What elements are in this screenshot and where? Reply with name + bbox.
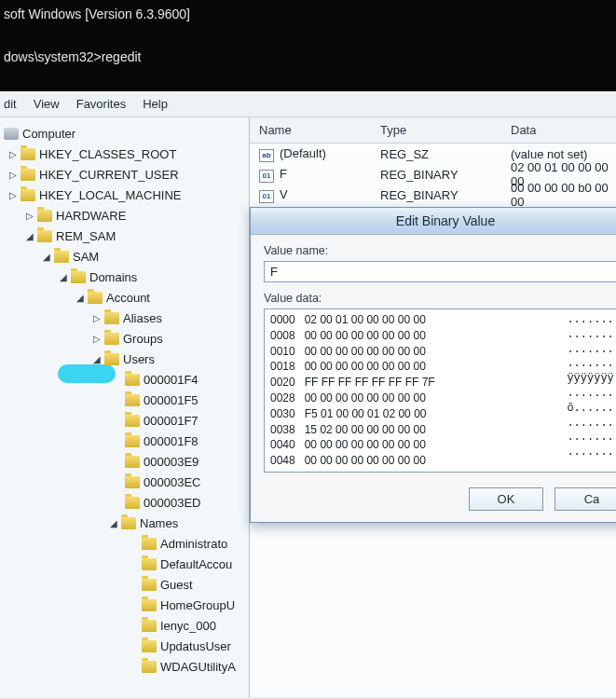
expander-icon[interactable]: ◢ xyxy=(75,292,86,303)
tree-user-rid[interactable]: 000003EC xyxy=(4,472,249,492)
expander-icon[interactable]: ▷ xyxy=(91,312,103,323)
tree-user-rid[interactable]: 000001F4 xyxy=(4,369,249,390)
folder-icon xyxy=(142,620,157,632)
tree-domains[interactable]: ◢ Domains xyxy=(4,267,249,287)
tree-user-rid[interactable]: 000001F5 xyxy=(4,390,249,410)
reg-value-icon: 01 xyxy=(259,190,274,203)
tree-users[interactable]: ◢ Users xyxy=(4,349,249,369)
expander-icon[interactable]: ▷ xyxy=(24,210,35,221)
folder-icon xyxy=(125,415,140,427)
tree-user-rid[interactable]: 000001F8 xyxy=(4,431,249,451)
tree-account[interactable]: ◢ Account xyxy=(4,287,249,308)
tree-name-item[interactable]: Guest xyxy=(4,574,249,595)
tree-user-rid[interactable]: 000003E9 xyxy=(4,451,249,472)
tree-label: WDAGUtilityA xyxy=(160,660,236,674)
tree-name-item[interactable]: WDAGUtilityA xyxy=(4,656,249,677)
tree-root[interactable]: Computer xyxy=(4,123,249,144)
folder-icon xyxy=(104,312,119,324)
reg-value-icon: 01 xyxy=(259,170,274,183)
annotation-highlight xyxy=(58,364,116,383)
tree-sam[interactable]: ◢ SAM xyxy=(4,246,249,267)
menu-favorites[interactable]: Favorites xyxy=(76,97,126,111)
value-name: V xyxy=(280,187,288,201)
value-name-label: Value name: xyxy=(264,244,616,257)
tree-name-item[interactable]: UpdatusUser xyxy=(4,636,249,656)
folder-icon xyxy=(142,599,157,611)
tree-name-item[interactable]: Administrato xyxy=(4,533,249,554)
col-header-name[interactable]: Name xyxy=(259,123,380,137)
hex-editor[interactable]: 0000 02 00 01 00 00 00 00 00 0008 00 00 … xyxy=(264,308,616,473)
value-name: (Default) xyxy=(280,146,326,160)
col-header-data[interactable]: Data xyxy=(511,123,610,137)
expander-icon[interactable]: ◢ xyxy=(41,251,52,262)
folder-icon xyxy=(54,251,69,263)
tree-name-item[interactable]: Ienyc_000 xyxy=(4,615,249,636)
list-header: Name Type Data xyxy=(250,117,616,144)
tree-label: DefaultAccou xyxy=(160,557,232,571)
tree-label: HomeGroupU xyxy=(160,598,235,612)
folder-icon xyxy=(121,517,136,529)
tree-label: UpdatusUser xyxy=(160,639,231,653)
folder-icon xyxy=(104,333,119,345)
folder-icon xyxy=(125,456,140,468)
value-data: (value not set) xyxy=(511,147,610,161)
edit-binary-dialog: Edit Binary Value Value name: Value data… xyxy=(250,207,616,523)
folder-icon xyxy=(142,661,157,673)
list-row[interactable]: 01VREG_BINARY00 00 00 00 b0 00 00 xyxy=(250,185,616,205)
folder-icon xyxy=(125,374,140,386)
reg-value-icon: ab xyxy=(259,149,274,162)
registry-editor-window: dit View Favorites Help Computer ▷ HKEY_… xyxy=(0,91,616,699)
tree-name-item[interactable]: DefaultAccou xyxy=(4,554,249,574)
value-type: REG_BINARY xyxy=(380,168,511,182)
col-header-type[interactable]: Type xyxy=(380,123,511,137)
expander-icon[interactable]: ◢ xyxy=(108,517,119,528)
tree-label: Administrato xyxy=(160,537,227,551)
tree-user-rid[interactable]: 000003ED xyxy=(4,492,249,513)
menu-help[interactable]: Help xyxy=(143,97,168,111)
tree-hklm[interactable]: ▷ HKEY_LOCAL_MACHINE xyxy=(4,185,249,205)
folder-icon xyxy=(125,497,140,509)
tree-label: Guest xyxy=(160,578,193,592)
expander-icon[interactable]: ◢ xyxy=(24,230,35,241)
tree-rem-sam[interactable]: ◢ REM_SAM xyxy=(4,226,249,246)
ok-button[interactable]: OK xyxy=(469,487,543,511)
expander-icon[interactable]: ◢ xyxy=(91,353,103,364)
menu-bar: dit View Favorites Help xyxy=(0,91,616,117)
folder-icon xyxy=(88,292,103,304)
tree-hkcu[interactable]: ▷ HKEY_CURRENT_USER xyxy=(4,164,249,185)
console-line: soft Windows [Version 6.3.9600] xyxy=(4,7,190,21)
tree-groups[interactable]: ▷ Groups xyxy=(4,328,249,349)
tree-name-item[interactable]: HomeGroupU xyxy=(4,595,249,615)
folder-icon xyxy=(21,169,35,181)
folder-icon xyxy=(37,230,52,242)
tree-aliases[interactable]: ▷ Aliases xyxy=(4,308,249,328)
expander-icon[interactable]: ▷ xyxy=(7,189,19,200)
value-data: 00 00 00 00 b0 00 00 xyxy=(511,181,610,209)
expander-icon[interactable]: ◢ xyxy=(58,271,69,282)
value-name: F xyxy=(280,167,287,181)
expander-icon[interactable]: ▷ xyxy=(7,148,19,159)
dialog-title: Edit Binary Value xyxy=(251,208,616,235)
console-line: dows\system32>regedit xyxy=(4,49,141,64)
tree-label: 000003ED xyxy=(144,496,200,510)
tree-user-rid[interactable]: 000001F7 xyxy=(4,410,249,431)
cancel-button[interactable]: Ca xyxy=(554,487,616,511)
folder-icon xyxy=(142,579,157,591)
tree-label: 000003E9 xyxy=(144,455,198,469)
value-name-input[interactable] xyxy=(264,261,616,282)
tree-names[interactable]: ◢ Names xyxy=(4,513,249,533)
menu-edit[interactable]: dit xyxy=(4,97,17,111)
expander-icon[interactable]: ▷ xyxy=(91,333,103,344)
value-data-label: Value data: xyxy=(264,292,616,305)
tree-label: Ienyc_000 xyxy=(160,619,216,633)
value-type: REG_SZ xyxy=(380,147,511,161)
registry-tree[interactable]: Computer ▷ HKEY_CLASSES_ROOT ▷ HKEY_CURR… xyxy=(0,117,250,697)
folder-icon xyxy=(142,538,157,550)
tree-hkcr[interactable]: ▷ HKEY_CLASSES_ROOT xyxy=(4,144,249,164)
menu-view[interactable]: View xyxy=(34,97,60,111)
folder-icon xyxy=(142,558,157,570)
folder-icon xyxy=(125,394,140,406)
tree-hardware[interactable]: ▷ HARDWARE xyxy=(4,205,249,226)
folder-icon xyxy=(104,353,119,365)
expander-icon[interactable]: ▷ xyxy=(7,169,19,180)
